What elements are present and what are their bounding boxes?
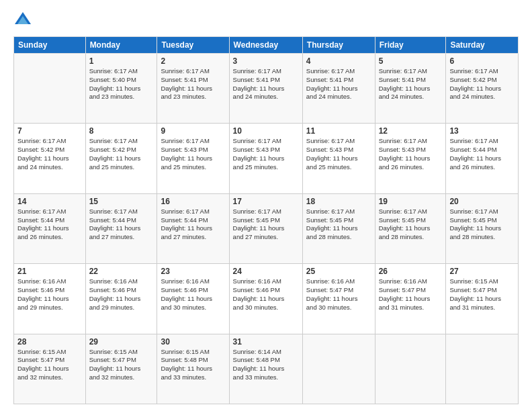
cell-content: Sunrise: 6:15 AMSunset: 5:47 PMDaylight:… bbox=[449, 277, 515, 312]
day-number: 12 bbox=[379, 126, 443, 136]
calendar-cell: 12Sunrise: 6:17 AMSunset: 5:43 PMDayligh… bbox=[375, 124, 446, 193]
calendar-week-row: 14Sunrise: 6:17 AMSunset: 5:44 PMDayligh… bbox=[14, 193, 519, 263]
calendar-cell: 19Sunrise: 6:17 AMSunset: 5:45 PMDayligh… bbox=[375, 193, 446, 263]
day-number: 8 bbox=[89, 126, 154, 136]
calendar-header-thursday: Thursday bbox=[302, 37, 375, 54]
calendar-week-row: 21Sunrise: 6:16 AMSunset: 5:46 PMDayligh… bbox=[14, 264, 519, 334]
calendar-cell: 6Sunrise: 6:17 AMSunset: 5:42 PMDaylight… bbox=[446, 54, 519, 124]
cell-content: Sunrise: 6:14 AMSunset: 5:48 PMDaylight:… bbox=[233, 348, 299, 382]
calendar-week-row: 1Sunrise: 6:17 AMSunset: 5:40 PMDaylight… bbox=[14, 54, 519, 124]
day-number: 11 bbox=[306, 126, 371, 136]
calendar-cell: 29Sunrise: 6:15 AMSunset: 5:47 PMDayligh… bbox=[85, 334, 157, 404]
calendar-cell: 3Sunrise: 6:17 AMSunset: 5:41 PMDaylight… bbox=[229, 54, 302, 124]
day-number: 19 bbox=[379, 197, 443, 206]
cell-content: Sunrise: 6:17 AMSunset: 5:42 PMDaylight:… bbox=[89, 137, 154, 171]
calendar-cell: 9Sunrise: 6:17 AMSunset: 5:43 PMDaylight… bbox=[157, 124, 229, 193]
calendar-cell: 8Sunrise: 6:17 AMSunset: 5:42 PMDaylight… bbox=[85, 124, 157, 193]
calendar-cell: 5Sunrise: 6:17 AMSunset: 5:41 PMDaylight… bbox=[375, 54, 446, 124]
day-number: 27 bbox=[449, 267, 515, 276]
calendar-header-friday: Friday bbox=[375, 37, 446, 54]
calendar-cell: 27Sunrise: 6:15 AMSunset: 5:47 PMDayligh… bbox=[446, 264, 519, 334]
calendar-header-saturday: Saturday bbox=[446, 37, 519, 54]
calendar-cell: 2Sunrise: 6:17 AMSunset: 5:41 PMDaylight… bbox=[157, 54, 229, 124]
calendar-header-wednesday: Wednesday bbox=[229, 37, 302, 54]
calendar-cell: 24Sunrise: 6:16 AMSunset: 5:46 PMDayligh… bbox=[229, 264, 302, 334]
cell-content: Sunrise: 6:17 AMSunset: 5:44 PMDaylight:… bbox=[89, 208, 154, 242]
cell-content: Sunrise: 6:17 AMSunset: 5:43 PMDaylight:… bbox=[233, 137, 299, 171]
cell-content: Sunrise: 6:16 AMSunset: 5:46 PMDaylight:… bbox=[161, 277, 225, 312]
cell-content: Sunrise: 6:17 AMSunset: 5:42 PMDaylight:… bbox=[449, 67, 515, 101]
calendar-table: SundayMondayTuesdayWednesdayThursdayFrid… bbox=[13, 36, 519, 404]
day-number: 29 bbox=[89, 337, 154, 347]
calendar-cell: 28Sunrise: 6:15 AMSunset: 5:47 PMDayligh… bbox=[14, 334, 86, 404]
calendar-cell: 26Sunrise: 6:16 AMSunset: 5:47 PMDayligh… bbox=[375, 264, 446, 334]
logo-icon bbox=[13, 11, 32, 30]
calendar-header-monday: Monday bbox=[85, 37, 157, 54]
calendar-cell bbox=[302, 334, 375, 404]
day-number: 24 bbox=[233, 267, 299, 276]
calendar-cell: 11Sunrise: 6:17 AMSunset: 5:43 PMDayligh… bbox=[302, 124, 375, 193]
day-number: 9 bbox=[161, 126, 225, 136]
cell-content: Sunrise: 6:17 AMSunset: 5:41 PMDaylight:… bbox=[161, 67, 225, 101]
calendar-header-row: SundayMondayTuesdayWednesdayThursdayFrid… bbox=[14, 37, 519, 54]
calendar-cell: 4Sunrise: 6:17 AMSunset: 5:41 PMDaylight… bbox=[302, 54, 375, 124]
cell-content: Sunrise: 6:17 AMSunset: 5:42 PMDaylight:… bbox=[17, 137, 82, 171]
calendar-cell: 7Sunrise: 6:17 AMSunset: 5:42 PMDaylight… bbox=[14, 124, 86, 193]
calendar-cell bbox=[446, 334, 519, 404]
cell-content: Sunrise: 6:17 AMSunset: 5:45 PMDaylight:… bbox=[379, 208, 443, 242]
logo bbox=[13, 11, 35, 30]
day-number: 18 bbox=[306, 197, 371, 206]
cell-content: Sunrise: 6:17 AMSunset: 5:44 PMDaylight:… bbox=[17, 208, 82, 242]
cell-content: Sunrise: 6:15 AMSunset: 5:47 PMDaylight:… bbox=[17, 348, 82, 382]
calendar-week-row: 7Sunrise: 6:17 AMSunset: 5:42 PMDaylight… bbox=[14, 124, 519, 193]
cell-content: Sunrise: 6:17 AMSunset: 5:41 PMDaylight:… bbox=[233, 67, 299, 101]
calendar-cell bbox=[14, 54, 86, 124]
calendar-cell: 30Sunrise: 6:15 AMSunset: 5:48 PMDayligh… bbox=[157, 334, 229, 404]
cell-content: Sunrise: 6:17 AMSunset: 5:41 PMDaylight:… bbox=[306, 67, 371, 101]
header bbox=[13, 11, 519, 30]
calendar-cell: 1Sunrise: 6:17 AMSunset: 5:40 PMDaylight… bbox=[85, 54, 157, 124]
cell-content: Sunrise: 6:17 AMSunset: 5:43 PMDaylight:… bbox=[379, 137, 443, 171]
day-number: 5 bbox=[379, 56, 443, 66]
day-number: 13 bbox=[449, 126, 515, 136]
day-number: 17 bbox=[233, 197, 299, 206]
calendar-cell: 25Sunrise: 6:16 AMSunset: 5:47 PMDayligh… bbox=[302, 264, 375, 334]
calendar-header-sunday: Sunday bbox=[14, 37, 86, 54]
cell-content: Sunrise: 6:16 AMSunset: 5:46 PMDaylight:… bbox=[17, 277, 82, 312]
day-number: 6 bbox=[449, 56, 515, 66]
cell-content: Sunrise: 6:17 AMSunset: 5:45 PMDaylight:… bbox=[233, 208, 299, 242]
cell-content: Sunrise: 6:17 AMSunset: 5:43 PMDaylight:… bbox=[161, 137, 225, 171]
day-number: 16 bbox=[161, 197, 225, 206]
cell-content: Sunrise: 6:16 AMSunset: 5:46 PMDaylight:… bbox=[89, 277, 154, 312]
day-number: 22 bbox=[89, 267, 154, 276]
cell-content: Sunrise: 6:16 AMSunset: 5:47 PMDaylight:… bbox=[306, 277, 371, 312]
calendar-cell: 15Sunrise: 6:17 AMSunset: 5:44 PMDayligh… bbox=[85, 193, 157, 263]
day-number: 7 bbox=[17, 126, 82, 136]
cell-content: Sunrise: 6:17 AMSunset: 5:44 PMDaylight:… bbox=[161, 208, 225, 242]
calendar-cell: 31Sunrise: 6:14 AMSunset: 5:48 PMDayligh… bbox=[229, 334, 302, 404]
page: SundayMondayTuesdayWednesdayThursdayFrid… bbox=[0, 0, 532, 411]
calendar-cell: 14Sunrise: 6:17 AMSunset: 5:44 PMDayligh… bbox=[14, 193, 86, 263]
day-number: 4 bbox=[306, 56, 371, 66]
day-number: 14 bbox=[17, 197, 82, 206]
cell-content: Sunrise: 6:17 AMSunset: 5:41 PMDaylight:… bbox=[379, 67, 443, 101]
calendar-cell: 23Sunrise: 6:16 AMSunset: 5:46 PMDayligh… bbox=[157, 264, 229, 334]
calendar-cell: 21Sunrise: 6:16 AMSunset: 5:46 PMDayligh… bbox=[14, 264, 86, 334]
calendar-week-row: 28Sunrise: 6:15 AMSunset: 5:47 PMDayligh… bbox=[14, 334, 519, 404]
calendar-cell: 22Sunrise: 6:16 AMSunset: 5:46 PMDayligh… bbox=[85, 264, 157, 334]
cell-content: Sunrise: 6:17 AMSunset: 5:40 PMDaylight:… bbox=[89, 67, 154, 101]
calendar-cell: 16Sunrise: 6:17 AMSunset: 5:44 PMDayligh… bbox=[157, 193, 229, 263]
calendar-cell bbox=[375, 334, 446, 404]
day-number: 10 bbox=[233, 126, 299, 136]
cell-content: Sunrise: 6:15 AMSunset: 5:48 PMDaylight:… bbox=[161, 348, 225, 382]
day-number: 21 bbox=[17, 267, 82, 276]
calendar-cell: 17Sunrise: 6:17 AMSunset: 5:45 PMDayligh… bbox=[229, 193, 302, 263]
day-number: 2 bbox=[161, 56, 225, 66]
day-number: 20 bbox=[449, 197, 515, 206]
day-number: 1 bbox=[89, 56, 154, 66]
cell-content: Sunrise: 6:15 AMSunset: 5:47 PMDaylight:… bbox=[89, 348, 154, 382]
day-number: 3 bbox=[233, 56, 299, 66]
calendar-cell: 18Sunrise: 6:17 AMSunset: 5:45 PMDayligh… bbox=[302, 193, 375, 263]
calendar-header-tuesday: Tuesday bbox=[157, 37, 229, 54]
cell-content: Sunrise: 6:16 AMSunset: 5:47 PMDaylight:… bbox=[379, 277, 443, 312]
